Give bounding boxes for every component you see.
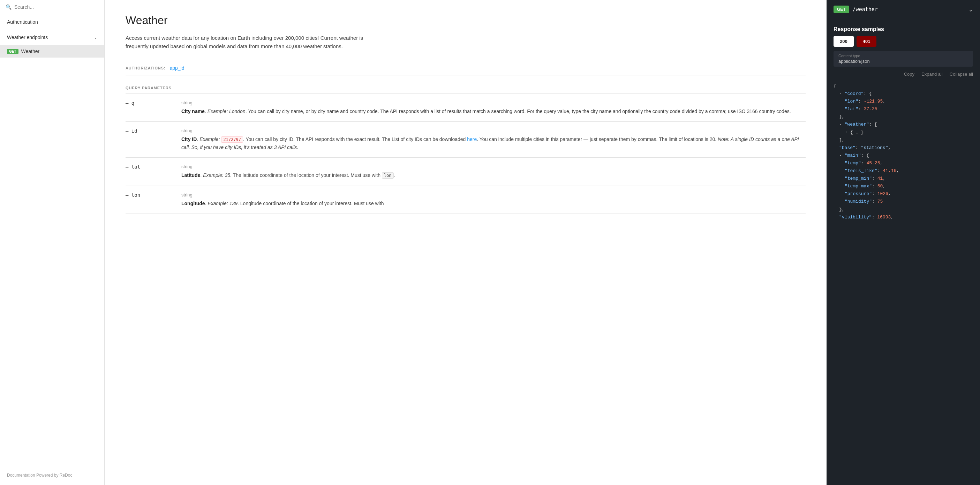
description: Access current weather data for any loca… <box>126 34 370 51</box>
param-name: — id <box>126 122 181 158</box>
param-desc: Longitude. Example: 139. Longitude coord… <box>181 199 806 207</box>
right-panel: GET /weather ⌄ Response samples 200 401 … <box>827 0 980 485</box>
param-desc-cell: string Latitude. Example: 35. The latitu… <box>181 158 806 186</box>
method-badge: GET <box>834 6 849 13</box>
query-params-label: QUERY PARAMETERS <box>126 82 806 94</box>
content-type-label: Content type <box>838 54 968 58</box>
redoc-link[interactable]: Documentation Powered by ReDoc <box>7 473 72 478</box>
param-desc: Latitude. Example: 35. The latitude coor… <box>181 171 806 179</box>
content-type-bar: Content type application/json <box>834 51 973 67</box>
sidebar-item-authentication[interactable]: Authentication <box>0 14 104 30</box>
param-desc-cell: string City ID. Example: 2172797. You ca… <box>181 122 806 158</box>
authorizations-label: AUTHORIZATIONS: <box>126 66 165 70</box>
param-row: — lat string Latitude. Example: 35. The … <box>126 158 806 186</box>
param-desc-cell: string City name. Example: London. You c… <box>181 94 806 122</box>
authorizations-row: AUTHORIZATIONS: app_id <box>126 61 806 75</box>
auth-link[interactable]: app_id <box>170 65 184 71</box>
sidebar-item-weather[interactable]: GET Weather <box>0 45 104 57</box>
content-type-value: application/json <box>838 59 968 64</box>
param-name-text: lon <box>132 192 140 198</box>
param-name: — lat <box>126 158 181 186</box>
copy-button[interactable]: Copy <box>904 72 915 77</box>
endpoint-path: /weather <box>853 6 965 13</box>
param-name-text: id <box>132 128 137 134</box>
code-block: { - "coord": { "lon": -121.95, "lat": 37… <box>827 79 980 228</box>
param-row: — lon string Longitude. Example: 139. Lo… <box>126 186 806 214</box>
powered-by: Documentation Powered by ReDoc <box>0 465 104 485</box>
param-name: — q <box>126 94 181 122</box>
search-input[interactable] <box>14 4 99 10</box>
sidebar-item-label: Weather <box>21 48 40 54</box>
chevron-down-icon: ⌄ <box>94 35 97 40</box>
response-samples-header: Response samples <box>827 19 980 36</box>
param-name-text: lat <box>132 164 140 169</box>
params-table: — q string City name. Example: London. Y… <box>126 94 806 214</box>
collapse-all-button[interactable]: Collapse all <box>950 72 973 77</box>
param-type: string <box>181 192 806 198</box>
search-bar[interactable]: 🔍 <box>0 0 104 14</box>
response-tabs: 200 401 <box>827 36 980 51</box>
endpoint-bar: GET /weather ⌄ <box>827 0 980 19</box>
page-title: Weather <box>126 14 806 27</box>
main-content: Weather Access current weather data for … <box>105 0 827 485</box>
param-desc: City ID. Example: 2172797. You can call … <box>181 136 806 151</box>
sidebar-item-weather-endpoints[interactable]: Weather endpoints ⌄ <box>0 30 104 45</box>
param-desc-cell: string Longitude. Example: 139. Longitud… <box>181 186 806 214</box>
param-name-text: q <box>132 100 134 106</box>
expand-all-button[interactable]: Expand all <box>921 72 943 77</box>
sidebar: 🔍 Authentication Weather endpoints ⌄ GET… <box>0 0 105 485</box>
param-name: — lon <box>126 186 181 214</box>
param-type: string <box>181 128 806 133</box>
inline-code-lon: lon <box>382 172 394 179</box>
param-row: — id string City ID. Example: 2172797. Y… <box>126 122 806 158</box>
sidebar-item-label: Authentication <box>7 19 38 25</box>
here-link[interactable]: here <box>467 136 477 142</box>
tab-401[interactable]: 401 <box>856 36 877 47</box>
param-type: string <box>181 164 806 169</box>
inline-code-id: 2172797 <box>221 136 243 143</box>
param-row: — q string City name. Example: London. Y… <box>126 94 806 122</box>
param-desc: City name. Example: London. You can call… <box>181 107 806 115</box>
tab-200[interactable]: 200 <box>834 36 854 47</box>
chevron-down-icon[interactable]: ⌄ <box>969 6 973 13</box>
param-type: string <box>181 100 806 105</box>
code-actions: Copy Expand all Collapse all <box>827 69 980 79</box>
get-method-badge: GET <box>7 49 19 54</box>
search-icon: 🔍 <box>6 4 11 10</box>
sidebar-item-label: Weather endpoints <box>7 35 48 40</box>
